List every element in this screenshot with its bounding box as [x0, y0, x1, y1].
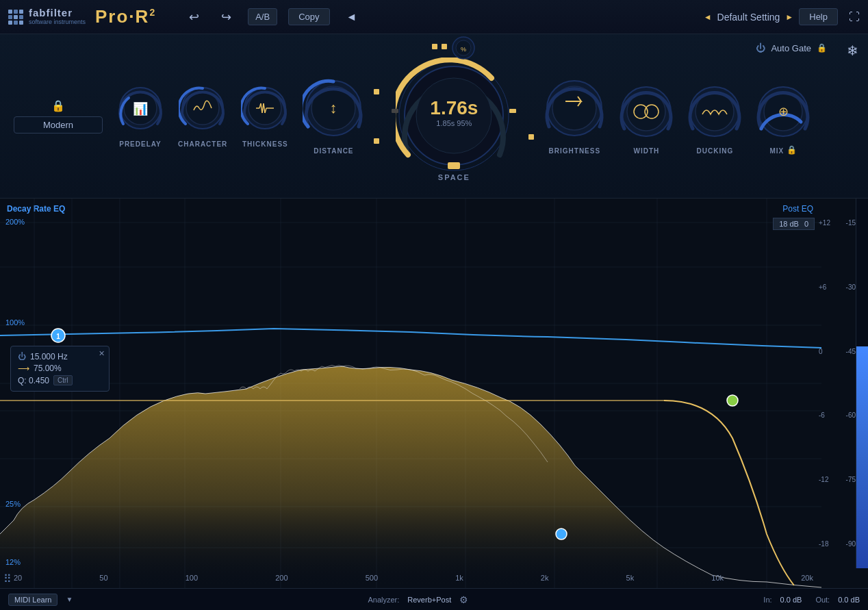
ab-button[interactable]: A/B [248, 8, 277, 25]
svg-text:📊: 📊 [133, 101, 149, 116]
preset-name: Default Setting [717, 12, 780, 23]
freq-2k: 2k [541, 574, 549, 582]
freq-20: 20 [14, 574, 22, 582]
distance-group: ↕ DISTANCE [303, 77, 364, 155]
space-top-dots: % [432, 44, 476, 60]
width-group: WIDTH [619, 84, 674, 155]
eq-tooltip: ⏻ 15.000 Hz ✕ ⟶ 75.00% Q: 0.450 Ctrl [10, 346, 110, 392]
preset-prev-arrow[interactable]: ◄ [704, 12, 712, 22]
ducking-knob[interactable] [687, 84, 742, 139]
eq-control-point-3[interactable] [727, 395, 738, 406]
pct-100-label: 100% [5, 318, 25, 327]
freq-200: 200 [275, 574, 288, 582]
db-plus6-label: +6 [819, 283, 830, 291]
right-controls: BRIGHTNESS WIDTH [544, 77, 810, 155]
tooltip-close-button[interactable]: ✕ [99, 349, 105, 358]
space-label: SPACE [438, 173, 470, 181]
thickness-knob[interactable] [241, 84, 289, 132]
space-container: % 1.76s [396, 51, 512, 181]
product-name: Pro·R2 [95, 6, 156, 27]
space-sub: 1.85s 95% [430, 119, 478, 127]
eq-control-point-2[interactable] [556, 529, 567, 539]
undo-button[interactable]: ↩ [183, 7, 205, 27]
db-minus6-label: -6 [819, 411, 830, 419]
copy-button[interactable]: Copy [288, 8, 329, 25]
logo-text: fabfilter [29, 8, 86, 19]
freq-100: 100 [186, 574, 198, 582]
freq-10k: 10k [711, 574, 724, 582]
analyzer-value: Reverb+Post [407, 596, 451, 604]
pct-200-label: 200% [5, 218, 25, 226]
freq-labels: 20 50 100 200 500 1k 2k 5k 10k 20k [14, 574, 813, 582]
pct-12-label: 12% [5, 558, 21, 566]
space-side-right [509, 109, 516, 113]
predelay-knob[interactable]: 📊 [116, 84, 164, 132]
space-value: 1.76s [430, 97, 478, 119]
vu-meter [856, 199, 868, 568]
tooltip-pct: 75.00% [34, 364, 62, 373]
analyzer-settings-icon[interactable]: ⚙ [459, 594, 468, 605]
db-scale-right: -15 -30 -45 -60 -75 -90 [846, 199, 856, 568]
redo-button[interactable]: ↪ [216, 7, 237, 27]
vu-bar [856, 346, 868, 568]
freq-500: 500 [366, 574, 378, 582]
brightness-knob[interactable] [544, 77, 605, 139]
help-button[interactable]: Help [799, 8, 838, 25]
space-knob-area[interactable]: % 1.76s [396, 51, 512, 170]
mix-group: ⊕ MIX 🔒 [756, 84, 810, 155]
predelay-group: 📊 PREDELAY [116, 84, 164, 148]
snowflake-button[interactable]: ❄ [847, 42, 858, 59]
bottom-bar: MIDI Learn ▼ Analyzer: Reverb+Post ⚙ In:… [0, 588, 868, 610]
out-label: Out: [815, 596, 830, 604]
post-eq-box: 18 dB 0 [773, 218, 815, 230]
in-label: In: [763, 596, 771, 604]
tooltip-freq: 15.000 Hz [30, 352, 68, 361]
controls-panel: 🔒 Modern 📊 PREDELAY [0, 34, 868, 199]
preset-next-arrow[interactable]: ► [785, 12, 793, 22]
logo-area: fabfilter software instruments Pro·R2 [8, 6, 156, 27]
style-dropdown[interactable]: Modern [14, 116, 103, 134]
freq-5k: 5k [626, 574, 635, 582]
expand-button[interactable]: ⛶ [849, 11, 860, 23]
volume-button[interactable]: ◄ [341, 8, 363, 26]
logo-grid [8, 10, 23, 25]
db-0-label: 0 [819, 348, 830, 355]
db-minus18-label: -18 [819, 540, 830, 548]
ducking-group: DUCKING [687, 84, 742, 155]
header-controls: ↩ ↪ A/B Copy ◄ [183, 7, 362, 27]
post-eq-0-label: 0 [804, 220, 808, 228]
scroll-handle[interactable]: ⠿ [3, 572, 12, 585]
product-super: 2 [149, 7, 156, 18]
post-eq-db-label: 18 dB [779, 220, 799, 228]
character-label: CHARACTER [178, 140, 227, 148]
auto-gate-power-button[interactable]: ⏻ [756, 42, 765, 53]
svg-text:↕: ↕ [330, 99, 337, 116]
character-knob[interactable] [179, 84, 227, 132]
analyzer-label: Analyzer: [368, 596, 399, 604]
tooltip-slope-icon: ⟶ [18, 364, 29, 373]
brightness-group: BRIGHTNESS [544, 77, 605, 155]
svg-text:%: % [461, 46, 466, 53]
mix-knob[interactable]: ⊕ [756, 84, 810, 139]
distance-knob[interactable]: ↕ [303, 77, 364, 139]
out-value: 0.0 dB [838, 596, 860, 604]
mix-lock-icon: 🔒 [787, 145, 797, 155]
midi-arrow[interactable]: ▼ [66, 596, 73, 603]
midi-learn-button[interactable]: MIDI Learn [8, 594, 58, 606]
space-percent-knob[interactable]: % [451, 36, 476, 60]
thickness-group: THICKNESS [241, 84, 289, 148]
lock-button[interactable]: 🔒 [51, 99, 65, 112]
width-knob[interactable] [619, 84, 674, 139]
db-minus30-label: -30 [846, 283, 856, 291]
tooltip-q: Q: 0.450 [18, 376, 49, 385]
freq-20k: 20k [801, 574, 813, 582]
db-minus45-label: -45 [846, 348, 856, 355]
pct-25-label: 25% [5, 500, 21, 508]
thickness-label: THICKNESS [242, 140, 288, 148]
db-plus12-label: +12 [819, 219, 830, 227]
db-minus60-label: -60 [846, 411, 856, 419]
db-minus75-label: -75 [846, 476, 856, 483]
tooltip-power-button[interactable]: ⏻ [18, 352, 26, 361]
space-indicator [448, 162, 460, 169]
dots-right [528, 93, 534, 140]
